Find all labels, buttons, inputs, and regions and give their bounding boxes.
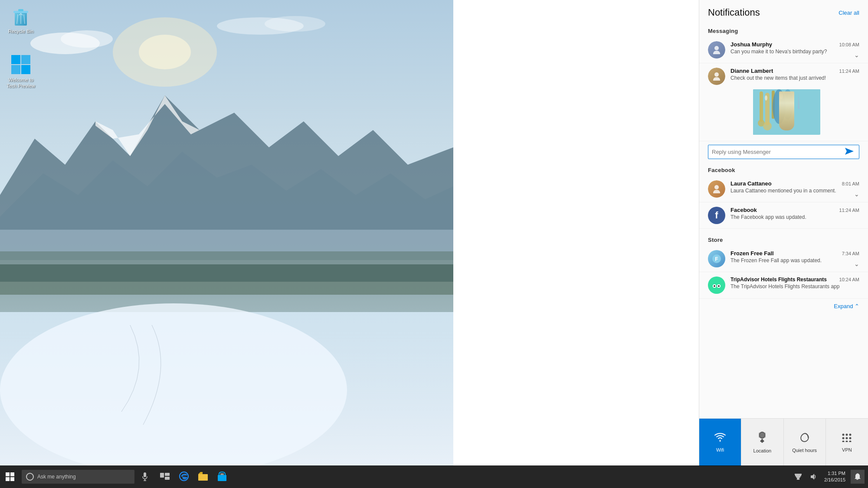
desktop bbox=[0, 0, 453, 466]
svg-rect-54 bbox=[10, 472, 14, 476]
quick-action-wifi[interactable]: Wifi bbox=[699, 419, 741, 466]
svg-point-39 bbox=[714, 285, 715, 287]
svg-point-29 bbox=[783, 89, 793, 120]
expand-button[interactable]: Expand ⌃ bbox=[699, 299, 868, 314]
taskbar-apps bbox=[155, 467, 792, 486]
avatar-dianne bbox=[708, 68, 725, 85]
system-clock[interactable]: 1:31 PM 2/16/2015 bbox=[822, 470, 848, 484]
welcome-icon[interactable]: Welcome to Tech Preview bbox=[3, 52, 38, 91]
svg-rect-43 bbox=[759, 433, 766, 438]
svg-rect-70 bbox=[795, 474, 802, 475]
notification-message-laura: Laura Cattaneo mentioned you in a commen… bbox=[730, 188, 859, 194]
reply-send-button[interactable] bbox=[843, 146, 855, 158]
svg-point-49 bbox=[849, 437, 852, 439]
svg-rect-23 bbox=[760, 91, 763, 122]
svg-point-2 bbox=[139, 35, 191, 69]
notification-time-facebook: 11:24 AM bbox=[839, 208, 859, 213]
svg-point-50 bbox=[842, 440, 845, 442]
notification-name-laura: Laura Cattaneo bbox=[730, 180, 772, 187]
notification-item-facebook-app[interactable]: f Facebook 11:24 AM The Facebook app was… bbox=[699, 202, 868, 229]
svg-rect-53 bbox=[6, 472, 10, 476]
svg-rect-66 bbox=[220, 473, 224, 475]
svg-rect-68 bbox=[796, 476, 800, 478]
file-explorer-button[interactable] bbox=[193, 467, 213, 486]
store-section-header: Store bbox=[699, 232, 868, 246]
svg-rect-69 bbox=[795, 475, 801, 476]
messaging-section-header: Messaging bbox=[699, 23, 868, 37]
svg-rect-55 bbox=[6, 477, 10, 481]
notification-message-facebook: The Facebook app was updated. bbox=[730, 214, 859, 220]
notification-name-tripadvisor: TripAdvisor Hotels Flights Restaurants bbox=[730, 277, 827, 283]
reply-container[interactable] bbox=[708, 145, 859, 159]
location-icon bbox=[758, 432, 766, 446]
svg-point-46 bbox=[849, 433, 852, 436]
svg-point-12 bbox=[265, 16, 325, 32]
quiet-hours-label: Quiet hours bbox=[792, 448, 817, 453]
avatar-frozen: F bbox=[708, 250, 725, 267]
quick-action-vpn[interactable]: VPN bbox=[826, 419, 868, 466]
notification-message-dianne: Check out the new items that just arrive… bbox=[730, 75, 859, 81]
quick-action-quiet-hours[interactable]: Quiet hours bbox=[784, 419, 826, 466]
edge-button[interactable] bbox=[174, 467, 193, 486]
search-placeholder-text: Ask me anything bbox=[37, 474, 76, 480]
store-button[interactable] bbox=[213, 467, 232, 486]
avatar-laura bbox=[708, 180, 725, 198]
wifi-icon bbox=[714, 433, 726, 445]
taskbar-search-bar[interactable]: Ask me anything bbox=[22, 470, 134, 484]
svg-point-52 bbox=[849, 440, 852, 442]
notifications-title: Notifications bbox=[708, 7, 760, 18]
volume-icon[interactable] bbox=[807, 471, 819, 483]
avatar-tripadvisor bbox=[708, 277, 725, 294]
facebook-section-header: Facebook bbox=[699, 163, 868, 176]
svg-point-45 bbox=[846, 433, 848, 436]
svg-rect-16 bbox=[18, 9, 23, 11]
start-button[interactable] bbox=[0, 465, 20, 488]
notification-item-laura[interactable]: Laura Cattaneo 8:01 AM Laura Cattaneo me… bbox=[699, 176, 868, 202]
svg-rect-64 bbox=[198, 474, 208, 481]
quick-action-location[interactable]: Location bbox=[741, 419, 783, 466]
notifications-scroll: Messaging Joshua Murphy 10:08 AM Can you… bbox=[699, 23, 868, 418]
svg-point-21 bbox=[714, 72, 719, 77]
notification-name-frozen: Frozen Free Fall bbox=[730, 250, 774, 257]
notification-item-tripadvisor[interactable]: TripAdvisor Hotels Flights Restaurants 1… bbox=[699, 272, 868, 299]
location-label: Location bbox=[753, 448, 772, 453]
notification-message-tripadvisor: The TripAdvisor Hotels Flights Restauran… bbox=[730, 283, 859, 290]
notification-content-frozen: Frozen Free Fall 7:34 AM The Frozen Free… bbox=[730, 250, 859, 264]
notification-bell-button[interactable] bbox=[851, 470, 865, 484]
notification-item-frozen[interactable]: F Frozen Free Fall 7:34 AM The Frozen Fr… bbox=[699, 246, 868, 272]
svg-point-44 bbox=[842, 433, 845, 436]
avatar-joshua bbox=[708, 41, 725, 59]
notification-item-dianne[interactable]: Dianne Lambert 11:24 AM Check out the ne… bbox=[699, 63, 868, 141]
search-icon bbox=[26, 473, 34, 481]
svg-point-47 bbox=[842, 437, 845, 439]
recycle-bin-label: Recycle Bin bbox=[8, 28, 33, 34]
network-icon[interactable] bbox=[792, 471, 804, 483]
recycle-bin-icon[interactable]: Recycle Bin bbox=[3, 3, 38, 36]
svg-rect-65 bbox=[218, 475, 226, 481]
chevron-icon-frozen: ⌄ bbox=[854, 260, 859, 267]
svg-point-48 bbox=[846, 437, 848, 439]
svg-rect-61 bbox=[165, 473, 170, 476]
svg-rect-60 bbox=[160, 473, 164, 478]
clear-all-button[interactable]: Clear all bbox=[839, 10, 859, 16]
notification-name-dianne: Dianne Lambert bbox=[730, 68, 773, 74]
svg-point-27 bbox=[763, 122, 772, 130]
notification-content-laura: Laura Cattaneo 8:01 AM Laura Cattaneo me… bbox=[730, 180, 859, 194]
notification-panel: Notifications Clear all Messaging Joshua… bbox=[699, 0, 868, 466]
svg-point-33 bbox=[714, 185, 719, 189]
svg-text:F: F bbox=[715, 256, 718, 262]
notification-image-dianne bbox=[730, 89, 859, 135]
notification-header: Notifications Clear all bbox=[699, 0, 868, 23]
microphone-button[interactable] bbox=[138, 470, 152, 484]
notification-content-facebook: Facebook 11:24 AM The Facebook app was u… bbox=[730, 207, 859, 220]
notification-item-joshua[interactable]: Joshua Murphy 10:08 AM Can you make it t… bbox=[699, 37, 868, 63]
notification-time-joshua: 10:08 AM bbox=[839, 42, 859, 47]
svg-point-10 bbox=[61, 30, 113, 48]
svg-rect-62 bbox=[165, 477, 170, 480]
clock-time: 1:31 PM bbox=[824, 470, 845, 477]
reply-input[interactable] bbox=[712, 145, 843, 159]
notification-time-dianne: 11:24 AM bbox=[839, 68, 859, 74]
notification-name-facebook: Facebook bbox=[730, 207, 757, 213]
svg-point-20 bbox=[714, 46, 719, 50]
task-view-button[interactable] bbox=[155, 467, 174, 486]
